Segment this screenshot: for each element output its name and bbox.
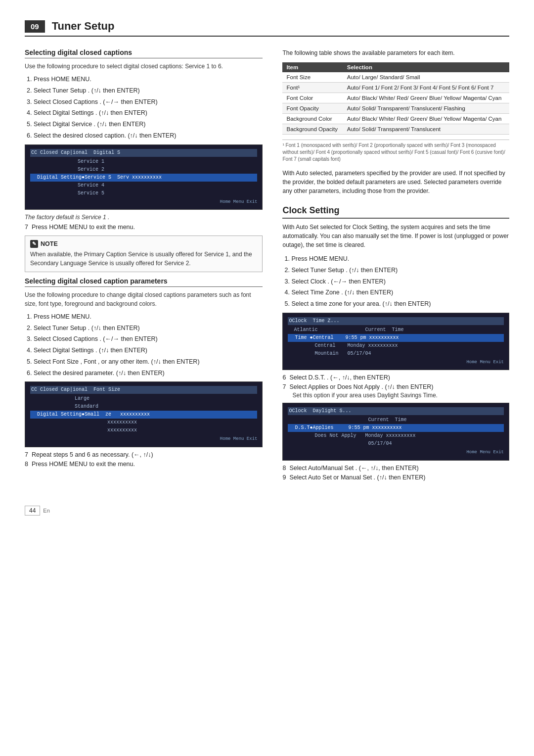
list-item: Select a time zone for your area. (↑/↓ t… bbox=[291, 299, 509, 309]
list-item: Select the desired closed caption. (↑/↓ … bbox=[34, 131, 263, 141]
page-number: 44 bbox=[25, 506, 40, 516]
table-cell-selection: Auto/ Solid/ Transparent/ Translucent/ F… bbox=[343, 103, 509, 114]
table-cell-selection: Auto/ Black/ White/ Red/ Green/ Blue/ Ye… bbox=[343, 93, 509, 103]
table-cell-selection: Auto/ Black/ White/ Red/ Green/ Blue/ Ye… bbox=[343, 114, 509, 124]
step7-text: 7 Press HOME MENU to exit the menu. bbox=[25, 224, 263, 231]
list-item: Select Clock . (←/→ then ENTER) bbox=[291, 277, 509, 286]
clock-step6: 6 Select D.S.T. . (←, ↑/↓, then ENTER) bbox=[282, 374, 509, 381]
list-item: Select Tuner Setup . (↑/↓ then ENTER) bbox=[34, 86, 263, 95]
table-cell-item: Font¹ bbox=[282, 83, 343, 93]
list-item: Select the desired parameter. (↑/↓ then … bbox=[34, 369, 263, 378]
list-item: Select Digital Service . (↑/↓ then ENTER… bbox=[34, 120, 263, 129]
table-cell-selection: Auto/ Large/ Standard/ Small bbox=[343, 72, 509, 83]
page-title: Tuner Setup bbox=[52, 20, 115, 33]
screen-simulation-4: OClock Daylight S... Current Time D.S.T●… bbox=[282, 403, 509, 460]
parameters-table: Item Selection Font SizeAuto/ Large/ Sta… bbox=[282, 62, 509, 135]
section1-steps: Press HOME MENU. Select Tuner Setup . (↑… bbox=[25, 75, 263, 141]
section2-steps: Press HOME MENU. Select Tuner Setup . (↑… bbox=[25, 312, 263, 378]
section2-title: Selecting digital closed caption paramet… bbox=[25, 277, 263, 287]
clock-title: Clock Setting bbox=[282, 205, 509, 219]
list-item: Select Time Zone . (↑/↓ then ENTER) bbox=[291, 288, 509, 297]
page-header: 09 Tuner Setup bbox=[25, 20, 509, 37]
table-row: Font ColorAuto/ Black/ White/ Red/ Green… bbox=[282, 93, 509, 103]
table-header-item: Item bbox=[282, 62, 343, 72]
table-row: Font SizeAuto/ Large/ Standard/ Small bbox=[282, 72, 509, 83]
table-intro: The following table shows the available … bbox=[282, 48, 509, 57]
table-cell-selection: Auto/ Solid/ Transparent/ Translucent bbox=[343, 124, 509, 135]
note-icon: ✎ bbox=[30, 240, 38, 248]
table-cell-item: Background Opacity bbox=[282, 124, 343, 135]
table-row: Font OpacityAuto/ Solid/ Transparent/ Tr… bbox=[282, 103, 509, 114]
section2-step8: 8 Press HOME MENU to exit the menu. bbox=[25, 461, 263, 468]
screen-simulation-3: OClock Time Z... Atlantic Current Time T… bbox=[282, 313, 509, 370]
table-cell-item: Background Color bbox=[282, 114, 343, 124]
clock-steps: Press HOME MENU. Select Tuner Setup . (↑… bbox=[282, 254, 509, 309]
section1-title: Selecting digital closed captions bbox=[25, 48, 263, 58]
list-item: Select Tuner Setup . (↑/↓ then ENTER) bbox=[291, 266, 509, 275]
table-cell-item: Font Opacity bbox=[282, 103, 343, 114]
section1-desc: Use the following procedure to select di… bbox=[25, 62, 263, 71]
table-footnote: ¹ Font 1 (monospaced with serifs)/ Font … bbox=[282, 140, 509, 163]
list-item: Select Closed Captions . (←/→ then ENTER… bbox=[34, 97, 263, 107]
clock-desc: With Auto Set selected for Clock Setting… bbox=[282, 223, 509, 249]
main-content: Selecting digital closed captions Use th… bbox=[25, 48, 509, 486]
footer: 44 En bbox=[25, 506, 509, 516]
list-item: Press HOME MENU. bbox=[34, 75, 263, 84]
list-item: Press HOME MENU. bbox=[291, 254, 509, 264]
list-item: Select Font Size , Font , or any other i… bbox=[34, 357, 263, 367]
table-row: Background ColorAuto/ Black/ White/ Red/… bbox=[282, 114, 509, 124]
table-row: Background OpacityAuto/ Solid/ Transpare… bbox=[282, 124, 509, 135]
list-item: Select Digital Settings . (↑/↓ then ENTE… bbox=[34, 346, 263, 355]
table-cell-item: Font Size bbox=[282, 72, 343, 83]
note-title: ✎ NOTE bbox=[30, 240, 257, 248]
clock-step8: 8 Select Auto/Manual Set . (←, ↑/↓, then… bbox=[282, 465, 509, 472]
note-box: ✎ NOTE When available, the Primary Capti… bbox=[25, 236, 263, 272]
right-column: The following table shows the available … bbox=[282, 48, 509, 486]
screen-simulation-1: CC Closed Cap|ional Digital S Service 1 … bbox=[25, 144, 263, 210]
factory-default-text: The factory default is Service 1 . bbox=[25, 214, 263, 221]
section2-step7: 7 Repeat steps 5 and 6 as necessary. (←,… bbox=[25, 451, 263, 458]
left-column: Selecting digital closed captions Use th… bbox=[25, 48, 263, 486]
clock-step7: 7 Select Applies or Does Not Apply . (↑/… bbox=[282, 383, 509, 390]
table-cell-item: Font Color bbox=[282, 93, 343, 103]
list-item: Press HOME MENU. bbox=[34, 312, 263, 322]
chapter-badge: 09 bbox=[25, 20, 45, 33]
note-text: When available, the Primary Caption Serv… bbox=[30, 250, 257, 268]
table-header-selection: Selection bbox=[343, 62, 509, 72]
table-row: Font¹Auto/ Font 1/ Font 2/ Font 3/ Font … bbox=[282, 83, 509, 93]
clock-step7-note: Set this option if your area uses Daylig… bbox=[292, 392, 509, 399]
auto-note: With Auto selected, parameters specified… bbox=[282, 169, 509, 195]
list-item: Select Digital Settings . (↑/↓ then ENTE… bbox=[34, 108, 263, 118]
screen-simulation-2: CC Closed Cap|ional Font Size Large Stan… bbox=[25, 381, 263, 447]
section2-desc: Use the following procedure to change di… bbox=[25, 290, 263, 308]
list-item: Select Tuner Setup . (↑/↓ then ENTER) bbox=[34, 324, 263, 333]
clock-step9: 9 Select Auto Set or Manual Set . (↑/↓ t… bbox=[282, 474, 509, 481]
list-item: Select Closed Captions . (←/→ then ENTER… bbox=[34, 334, 263, 344]
table-cell-selection: Auto/ Font 1/ Font 2/ Font 3/ Font 4/ Fo… bbox=[343, 83, 509, 93]
lang-label: En bbox=[43, 508, 49, 514]
